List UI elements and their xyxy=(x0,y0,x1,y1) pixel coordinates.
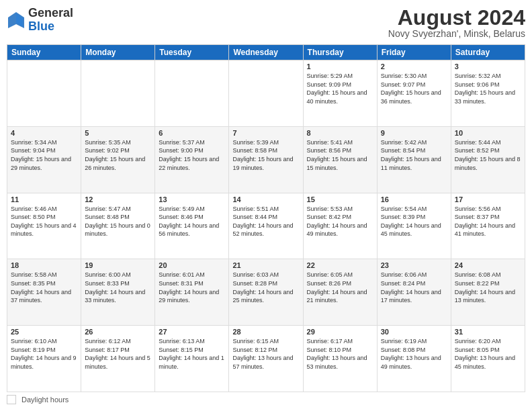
day-number: 8 xyxy=(307,129,373,137)
table-row: 9Sunrise: 5:42 AM Sunset: 8:54 PM Daylig… xyxy=(377,126,451,193)
day-number: 16 xyxy=(381,195,447,203)
table-row: 10Sunrise: 5:44 AM Sunset: 8:52 PM Dayli… xyxy=(451,126,525,193)
day-info: Sunrise: 5:30 AM Sunset: 9:07 PM Dayligh… xyxy=(381,72,447,105)
table-row: 21Sunrise: 6:03 AM Sunset: 8:28 PM Dayli… xyxy=(229,259,303,326)
col-saturday: Saturday xyxy=(451,45,525,60)
table-row: 25Sunrise: 6:10 AM Sunset: 8:19 PM Dayli… xyxy=(7,326,81,392)
table-row: 14Sunrise: 5:51 AM Sunset: 8:44 PM Dayli… xyxy=(229,193,303,259)
table-row: 6Sunrise: 5:37 AM Sunset: 9:00 PM Daylig… xyxy=(155,126,229,193)
table-row: 26Sunrise: 6:12 AM Sunset: 8:17 PM Dayli… xyxy=(81,326,155,392)
table-row: 2Sunrise: 5:30 AM Sunset: 9:07 PM Daylig… xyxy=(377,60,451,127)
table-row: 23Sunrise: 6:06 AM Sunset: 8:24 PM Dayli… xyxy=(377,259,451,326)
day-number: 25 xyxy=(11,328,77,336)
day-number: 31 xyxy=(455,328,521,336)
day-number: 3 xyxy=(455,62,521,71)
day-number: 17 xyxy=(455,195,521,203)
table-row: 15Sunrise: 5:53 AM Sunset: 8:42 PM Dayli… xyxy=(303,193,377,259)
day-number: 4 xyxy=(11,129,77,137)
day-info: Sunrise: 6:12 AM Sunset: 8:17 PM Dayligh… xyxy=(85,337,151,371)
logo-icon xyxy=(7,11,26,30)
calendar-week-row: 25Sunrise: 6:10 AM Sunset: 8:19 PM Dayli… xyxy=(7,326,525,392)
footer: Daylight hours xyxy=(7,395,525,404)
day-info: Sunrise: 5:42 AM Sunset: 8:54 PM Dayligh… xyxy=(381,138,447,172)
col-friday: Friday xyxy=(377,45,451,60)
day-info: Sunrise: 5:37 AM Sunset: 9:00 PM Dayligh… xyxy=(159,138,225,172)
table-row: 11Sunrise: 5:46 AM Sunset: 8:50 PM Dayli… xyxy=(7,193,81,259)
logo-blue-text: Blue xyxy=(28,19,54,33)
day-info: Sunrise: 5:54 AM Sunset: 8:39 PM Dayligh… xyxy=(381,205,447,238)
day-info: Sunrise: 5:49 AM Sunset: 8:46 PM Dayligh… xyxy=(159,205,225,238)
page: General Blue August 2024 Novy Svyerzhan'… xyxy=(0,0,532,411)
col-tuesday: Tuesday xyxy=(155,45,229,60)
table-row: 29Sunrise: 6:17 AM Sunset: 8:10 PM Dayli… xyxy=(303,326,377,392)
day-info: Sunrise: 6:13 AM Sunset: 8:15 PM Dayligh… xyxy=(159,337,225,371)
day-info: Sunrise: 5:44 AM Sunset: 8:52 PM Dayligh… xyxy=(455,138,521,172)
location: Novy Svyerzhan', Minsk, Belarus xyxy=(388,28,525,39)
logo: General Blue xyxy=(7,7,73,34)
table-row: 5Sunrise: 5:35 AM Sunset: 9:02 PM Daylig… xyxy=(81,126,155,193)
calendar-week-row: 11Sunrise: 5:46 AM Sunset: 8:50 PM Dayli… xyxy=(7,193,525,259)
table-row: 7Sunrise: 5:39 AM Sunset: 8:58 PM Daylig… xyxy=(229,126,303,193)
table-row: 28Sunrise: 6:15 AM Sunset: 8:12 PM Dayli… xyxy=(229,326,303,392)
day-info: Sunrise: 5:47 AM Sunset: 8:48 PM Dayligh… xyxy=(85,205,151,238)
header: General Blue August 2024 Novy Svyerzhan'… xyxy=(7,7,525,39)
table-row: 30Sunrise: 6:19 AM Sunset: 8:08 PM Dayli… xyxy=(377,326,451,392)
table-row: 8Sunrise: 5:41 AM Sunset: 8:56 PM Daylig… xyxy=(303,126,377,193)
day-number: 28 xyxy=(232,328,299,336)
daylight-box-icon xyxy=(7,395,16,404)
day-number: 11 xyxy=(11,195,77,203)
table-row: 31Sunrise: 6:20 AM Sunset: 8:05 PM Dayli… xyxy=(451,326,525,392)
day-info: Sunrise: 6:01 AM Sunset: 8:31 PM Dayligh… xyxy=(159,271,225,304)
day-info: Sunrise: 5:41 AM Sunset: 8:56 PM Dayligh… xyxy=(307,138,373,172)
day-info: Sunrise: 5:32 AM Sunset: 9:06 PM Dayligh… xyxy=(455,72,521,105)
day-info: Sunrise: 5:29 AM Sunset: 9:09 PM Dayligh… xyxy=(307,72,373,105)
calendar-week-row: 1Sunrise: 5:29 AM Sunset: 9:09 PM Daylig… xyxy=(7,60,525,127)
table-row: 16Sunrise: 5:54 AM Sunset: 8:39 PM Dayli… xyxy=(377,193,451,259)
table-row: 3Sunrise: 5:32 AM Sunset: 9:06 PM Daylig… xyxy=(451,60,525,127)
day-number: 15 xyxy=(307,195,373,203)
table-row: 1Sunrise: 5:29 AM Sunset: 9:09 PM Daylig… xyxy=(303,60,377,127)
day-number: 24 xyxy=(455,261,521,269)
daylight-label: Daylight hours xyxy=(21,396,69,404)
day-number: 14 xyxy=(232,195,299,203)
table-row xyxy=(81,60,155,127)
day-info: Sunrise: 6:05 AM Sunset: 8:26 PM Dayligh… xyxy=(307,271,373,304)
day-info: Sunrise: 6:08 AM Sunset: 8:22 PM Dayligh… xyxy=(455,271,521,304)
day-info: Sunrise: 5:46 AM Sunset: 8:50 PM Dayligh… xyxy=(11,205,77,238)
day-info: Sunrise: 6:17 AM Sunset: 8:10 PM Dayligh… xyxy=(307,337,373,371)
month-title: August 2024 xyxy=(388,7,525,28)
day-number: 9 xyxy=(381,129,447,137)
day-number: 18 xyxy=(11,261,77,269)
calendar-week-row: 18Sunrise: 5:58 AM Sunset: 8:35 PM Dayli… xyxy=(7,259,525,326)
calendar-table: Sunday Monday Tuesday Wednesday Thursday… xyxy=(7,44,525,392)
title-block: August 2024 Novy Svyerzhan', Minsk, Bela… xyxy=(388,7,525,39)
day-info: Sunrise: 6:19 AM Sunset: 8:08 PM Dayligh… xyxy=(381,337,447,371)
table-row xyxy=(7,60,81,127)
day-number: 20 xyxy=(159,261,225,269)
day-info: Sunrise: 6:15 AM Sunset: 8:12 PM Dayligh… xyxy=(232,337,299,371)
table-row xyxy=(229,60,303,127)
col-thursday: Thursday xyxy=(303,45,377,60)
day-info: Sunrise: 5:39 AM Sunset: 8:58 PM Dayligh… xyxy=(232,138,299,172)
col-sunday: Sunday xyxy=(7,45,81,60)
table-row: 18Sunrise: 5:58 AM Sunset: 8:35 PM Dayli… xyxy=(7,259,81,326)
day-info: Sunrise: 6:10 AM Sunset: 8:19 PM Dayligh… xyxy=(11,337,77,371)
day-info: Sunrise: 5:53 AM Sunset: 8:42 PM Dayligh… xyxy=(307,205,373,238)
table-row: 12Sunrise: 5:47 AM Sunset: 8:48 PM Dayli… xyxy=(81,193,155,259)
col-wednesday: Wednesday xyxy=(229,45,303,60)
table-row: 27Sunrise: 6:13 AM Sunset: 8:15 PM Dayli… xyxy=(155,326,229,392)
day-number: 23 xyxy=(381,261,447,269)
col-monday: Monday xyxy=(81,45,155,60)
day-info: Sunrise: 5:58 AM Sunset: 8:35 PM Dayligh… xyxy=(11,271,77,304)
day-info: Sunrise: 6:20 AM Sunset: 8:05 PM Dayligh… xyxy=(455,337,521,371)
day-number: 12 xyxy=(85,195,151,203)
day-number: 10 xyxy=(455,129,521,137)
logo-general-text: General xyxy=(28,6,73,19)
calendar-week-row: 4Sunrise: 5:34 AM Sunset: 9:04 PM Daylig… xyxy=(7,126,525,193)
calendar-header-row: Sunday Monday Tuesday Wednesday Thursday… xyxy=(7,45,525,60)
table-row: 22Sunrise: 6:05 AM Sunset: 8:26 PM Dayli… xyxy=(303,259,377,326)
day-number: 2 xyxy=(381,62,447,71)
day-info: Sunrise: 5:51 AM Sunset: 8:44 PM Dayligh… xyxy=(232,205,299,238)
table-row: 19Sunrise: 6:00 AM Sunset: 8:33 PM Dayli… xyxy=(81,259,155,326)
day-info: Sunrise: 5:34 AM Sunset: 9:04 PM Dayligh… xyxy=(11,138,77,172)
